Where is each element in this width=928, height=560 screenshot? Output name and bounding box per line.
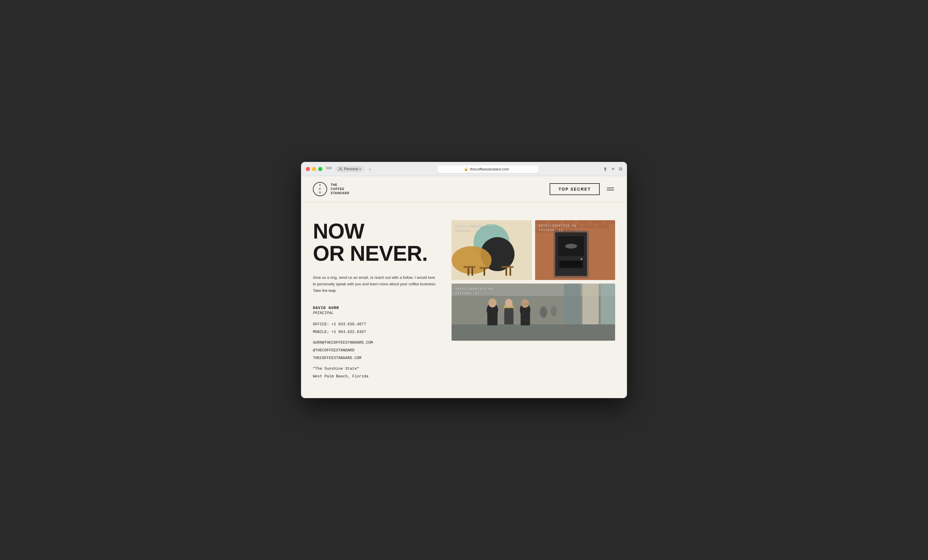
svg-point-48 xyxy=(522,299,529,308)
headline-line2: OR NEVER. xyxy=(313,242,440,265)
left-column: NOW OR NEVER. Give us a ring, send us an… xyxy=(313,220,440,380)
image-grid: INTELLIGENTSIA HQ CHICAGO, IL xyxy=(452,220,615,341)
image-card-top-right[interactable]: INTELLIGENTSIA HQ CHICAGO, IL xyxy=(535,220,615,280)
profile-label: Personal xyxy=(344,167,358,171)
sidebar-toggle-icon[interactable] xyxy=(326,167,332,171)
maximize-button[interactable] xyxy=(318,167,322,171)
right-column: INTELLIGENTSIA HQ CHICAGO, IL xyxy=(452,220,615,380)
svg-point-0 xyxy=(340,167,341,169)
logo-circle-text: TCS xyxy=(319,184,321,194)
svg-rect-15 xyxy=(549,220,561,224)
traffic-lights xyxy=(306,167,322,171)
image-card-top-left[interactable]: INTELLIGENTSIA HQ CHICAGO, IL xyxy=(452,220,531,280)
svg-rect-49 xyxy=(520,309,530,325)
svg-rect-17 xyxy=(577,220,589,224)
hamburger-menu-button[interactable] xyxy=(606,186,615,192)
profile-icon xyxy=(338,167,342,171)
svg-point-51 xyxy=(540,306,547,318)
contact-details: OFFICE: +1 833.638.4877 MOBILE: +1 954.6… xyxy=(313,321,440,380)
svg-rect-14 xyxy=(535,220,547,224)
svg-rect-12 xyxy=(510,268,511,275)
contact-location-1: "The Sunshine State" xyxy=(313,365,440,373)
logo-circle: TCS xyxy=(313,182,327,196)
profile-chevron-icon: ▾ xyxy=(359,167,361,171)
contact-name: DAVID GURR xyxy=(313,306,440,310)
image-city-0: CHICAGO, IL xyxy=(455,228,493,233)
contact-location-2: West Palm Beach, Florida xyxy=(313,373,440,380)
svg-rect-5 xyxy=(464,266,476,268)
svg-rect-18 xyxy=(591,220,603,224)
image-city-2: CHICAGO, IL xyxy=(455,292,493,296)
minimize-button[interactable] xyxy=(312,167,316,171)
tabs-icon[interactable]: ⧉ xyxy=(619,166,622,172)
svg-rect-43 xyxy=(487,309,498,325)
url-text: thecoffeestandard.com xyxy=(470,167,509,171)
svg-point-42 xyxy=(488,298,497,307)
svg-rect-16 xyxy=(563,220,575,224)
browser-chrome: Personal ▾ ‹ 🔒 thecoffeestandard.com ⬆ +… xyxy=(301,162,627,176)
svg-rect-6 xyxy=(480,267,490,268)
svg-point-52 xyxy=(551,306,557,316)
svg-rect-46 xyxy=(504,308,513,324)
logo-line1: THE xyxy=(331,183,350,187)
image-label-top-right: INTELLIGENTSIA HQ CHICAGO, IL xyxy=(539,224,577,233)
svg-rect-11 xyxy=(506,268,507,275)
headline: NOW OR NEVER. xyxy=(313,220,440,265)
svg-rect-8 xyxy=(467,268,469,275)
svg-point-4 xyxy=(452,246,491,274)
image-location-0: INTELLIGENTSIA HQ xyxy=(455,224,493,228)
browser-window: Personal ▾ ‹ 🔒 thecoffeestandard.com ⬆ +… xyxy=(301,162,627,398)
contact-website[interactable]: THECOFFEESTANDARD.COM xyxy=(313,354,440,362)
headline-line1: NOW xyxy=(313,220,440,243)
main-content: NOW OR NEVER. Give us a ring, send us an… xyxy=(301,202,627,398)
image-location-1: INTELLIGENTSIA HQ xyxy=(539,224,577,228)
contact-title: PRINCIPAL xyxy=(313,311,440,315)
tagline-text: Give us a ring, send us an email, or rea… xyxy=(313,274,437,294)
svg-rect-23 xyxy=(583,225,595,228)
logo-text: THE COFFEE STANDARD xyxy=(331,183,350,195)
airplay-icon[interactable]: ⬆ xyxy=(603,166,607,172)
contact-email[interactable]: GURR@THECOFFEESTANDARD.COM xyxy=(313,339,440,347)
contact-office: OFFICE: +1 833.638.4877 xyxy=(313,321,440,328)
logo-line2: COFFEE xyxy=(331,187,350,191)
lock-icon: 🔒 xyxy=(464,167,468,171)
header-right: TOP SECRET xyxy=(549,183,615,195)
logo-line3: STANDARD xyxy=(331,191,350,195)
image-label-bottom: INTELLIGENTSIA HQ CHICAGO, IL xyxy=(455,287,493,296)
site-header: TCS THE COFFEE STANDARD TOP SECRET xyxy=(301,176,627,202)
svg-rect-24 xyxy=(597,225,609,228)
svg-rect-7 xyxy=(502,266,513,268)
svg-rect-34 xyxy=(560,261,582,267)
image-card-bottom[interactable]: INTELLIGENTSIA HQ CHICAGO, IL xyxy=(452,283,615,341)
svg-rect-19 xyxy=(605,220,615,224)
image-location-2: INTELLIGENTSIA HQ xyxy=(455,287,493,292)
svg-rect-10 xyxy=(484,269,485,276)
new-tab-icon[interactable]: + xyxy=(611,166,615,173)
svg-rect-9 xyxy=(472,268,473,275)
close-button[interactable] xyxy=(306,167,310,171)
hamburger-line-2 xyxy=(607,190,614,190)
hamburger-line-1 xyxy=(607,188,614,188)
svg-point-45 xyxy=(505,299,513,307)
top-secret-button[interactable]: TOP SECRET xyxy=(549,183,600,195)
profile-pill[interactable]: Personal ▾ xyxy=(336,166,364,172)
back-arrow-icon[interactable]: ‹ xyxy=(368,166,373,173)
website-content: TCS THE COFFEE STANDARD TOP SECRET xyxy=(301,176,627,398)
address-bar[interactable]: 🔒 thecoffeestandard.com xyxy=(376,166,600,173)
contact-instagram[interactable]: @THECOFFEESTANDARD xyxy=(313,347,440,354)
browser-right-controls: ⬆ + ⧉ xyxy=(603,166,622,173)
svg-rect-40 xyxy=(452,324,615,341)
image-city-1: CHICAGO, IL xyxy=(539,228,577,233)
contact-mobile: MOBILE: +1 954.632.6367 xyxy=(313,328,440,336)
svg-point-31 xyxy=(565,243,577,248)
logo-area: TCS THE COFFEE STANDARD xyxy=(313,182,350,196)
image-label-top-left: INTELLIGENTSIA HQ CHICAGO, IL xyxy=(455,224,493,233)
